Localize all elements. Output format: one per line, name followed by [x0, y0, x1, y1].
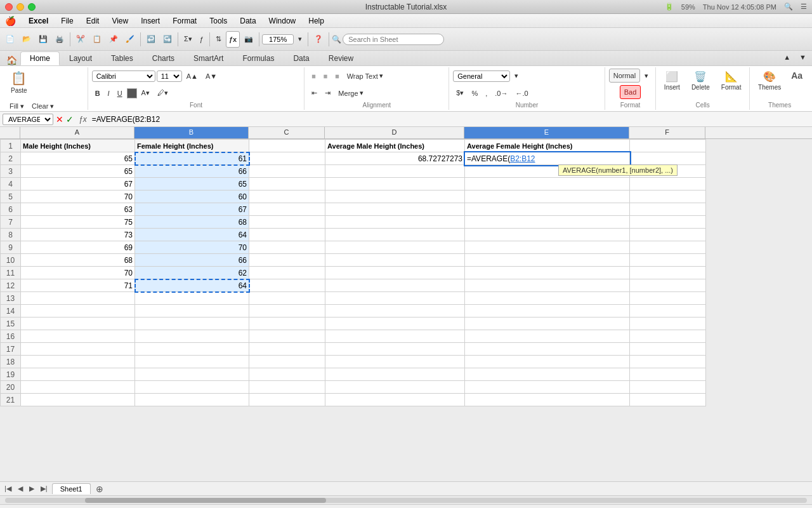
- cell-a8[interactable]: 73: [21, 229, 135, 241]
- menu-insert[interactable]: Insert: [136, 15, 165, 27]
- cell-a4[interactable]: 67: [21, 178, 135, 190]
- cell-b18[interactable]: [135, 356, 249, 368]
- sheet-nav-last[interactable]: ▶|: [39, 484, 49, 493]
- currency-button[interactable]: $▾: [453, 86, 467, 100]
- cell-d3[interactable]: [325, 165, 465, 178]
- col-header-b[interactable]: B: [134, 127, 249, 138]
- cell-a17[interactable]: [21, 343, 135, 356]
- sheet-nav-first[interactable]: |◀: [3, 484, 13, 493]
- wrap-text-button[interactable]: Wrap Text ▾: [344, 69, 386, 83]
- cell-e21[interactable]: [465, 394, 630, 406]
- cell-c7[interactable]: [249, 216, 325, 229]
- tab-review[interactable]: Review: [319, 51, 363, 65]
- cell-a5[interactable]: 70: [21, 190, 135, 203]
- open-button[interactable]: 📂: [19, 31, 34, 48]
- cell-a7[interactable]: 75: [21, 216, 135, 229]
- col-header-a[interactable]: A: [20, 127, 134, 138]
- cell-d10[interactable]: [325, 254, 465, 267]
- cell-a2[interactable]: 65: [21, 152, 135, 165]
- cell-b20[interactable]: [135, 381, 249, 394]
- sheet-nav-next[interactable]: ▶: [27, 484, 36, 493]
- home-icon[interactable]: 🏠: [3, 55, 20, 65]
- cell-a6[interactable]: 63: [21, 203, 135, 216]
- cell-e2[interactable]: =AVERAGE(B2:B12: [465, 152, 630, 165]
- horizontal-scrollbar[interactable]: [0, 495, 812, 504]
- ribbon-collapse[interactable]: ▲: [780, 49, 794, 65]
- save-button[interactable]: 💾: [36, 31, 51, 48]
- cell-b21[interactable]: [135, 394, 249, 406]
- cell-b14[interactable]: [135, 305, 249, 318]
- cell-b4[interactable]: 65: [135, 178, 249, 190]
- cell-f10[interactable]: [630, 254, 706, 267]
- cell-f16[interactable]: [630, 330, 706, 343]
- cell-c21[interactable]: [249, 394, 325, 406]
- cell-c15[interactable]: [249, 318, 325, 330]
- col-header-c[interactable]: C: [249, 127, 325, 138]
- cell-b11[interactable]: 62: [135, 267, 249, 279]
- decimal-increase[interactable]: .0→: [492, 86, 511, 100]
- cell-f17[interactable]: [630, 343, 706, 356]
- tab-smartart[interactable]: SmartArt: [184, 51, 233, 65]
- print-button[interactable]: 🖨️: [52, 31, 67, 48]
- formula-confirm-button[interactable]: ✓: [66, 114, 74, 124]
- fx-button[interactable]: ƒx: [226, 31, 240, 48]
- menu-tools[interactable]: Tools: [204, 15, 232, 27]
- tab-tables[interactable]: Tables: [102, 51, 143, 65]
- styles-dropdown[interactable]: ▾: [641, 69, 652, 83]
- add-sheet-button[interactable]: ⊕: [93, 484, 106, 494]
- cell-e18[interactable]: [465, 356, 630, 368]
- menu-icon[interactable]: ☰: [801, 3, 807, 11]
- cell-c14[interactable]: [249, 305, 325, 318]
- font-size-select[interactable]: 11: [157, 70, 182, 82]
- tab-data[interactable]: Data: [284, 51, 318, 65]
- search-input[interactable]: [343, 34, 444, 45]
- cell-c10[interactable]: [249, 254, 325, 267]
- cell-f14[interactable]: [630, 305, 706, 318]
- cell-b15[interactable]: [135, 318, 249, 330]
- cell-f15[interactable]: [630, 318, 706, 330]
- indent-decrease[interactable]: ⇤: [308, 86, 320, 100]
- cell-d11[interactable]: [325, 267, 465, 279]
- cell-b13[interactable]: [135, 292, 249, 305]
- cell-e11[interactable]: [465, 267, 630, 279]
- cell-c5[interactable]: [249, 190, 325, 203]
- zoom-level[interactable]: 175%: [262, 34, 294, 44]
- cell-f13[interactable]: [630, 292, 706, 305]
- menu-excel[interactable]: Excel: [23, 15, 53, 27]
- cell-e20[interactable]: [465, 381, 630, 394]
- cell-d7[interactable]: [325, 216, 465, 229]
- close-button[interactable]: [5, 3, 13, 11]
- cell-a12[interactable]: 71: [21, 279, 135, 292]
- cell-e6[interactable]: [465, 203, 630, 216]
- cell-d20[interactable]: [325, 381, 465, 394]
- cell-b6[interactable]: 67: [135, 203, 249, 216]
- menu-file[interactable]: File: [56, 15, 78, 27]
- font-size-decrease[interactable]: A▼: [202, 69, 220, 83]
- cell-d12[interactable]: [325, 279, 465, 292]
- cell-c11[interactable]: [249, 267, 325, 279]
- new-button[interactable]: 📄: [3, 31, 18, 48]
- align-left[interactable]: ≡: [308, 69, 318, 83]
- cell-a3[interactable]: 65: [21, 165, 135, 178]
- camera-button[interactable]: 📷: [241, 31, 256, 48]
- cell-a11[interactable]: 70: [21, 267, 135, 279]
- cell-b19[interactable]: [135, 368, 249, 381]
- clear-button[interactable]: Clear ▾: [29, 99, 57, 112]
- cell-c2[interactable]: [249, 152, 325, 165]
- cell-e13[interactable]: [465, 292, 630, 305]
- cell-e9[interactable]: [465, 241, 630, 254]
- fonts-aa-button[interactable]: Aа: [788, 69, 806, 83]
- cell-f2[interactable]: [630, 152, 706, 165]
- cell-d17[interactable]: [325, 343, 465, 356]
- font-size-increase[interactable]: A▲: [183, 69, 201, 83]
- cell-f5[interactable]: [630, 190, 706, 203]
- cell-c16[interactable]: [249, 330, 325, 343]
- cell-d5[interactable]: [325, 190, 465, 203]
- cell-b12[interactable]: 64: [135, 279, 249, 292]
- cell-a20[interactable]: [21, 381, 135, 394]
- tab-layout[interactable]: Layout: [60, 51, 102, 65]
- cell-ref-box[interactable]: AVERAGE: [3, 114, 53, 125]
- sort-button[interactable]: ⇅: [213, 31, 225, 48]
- cell-d19[interactable]: [325, 368, 465, 381]
- cell-d16[interactable]: [325, 330, 465, 343]
